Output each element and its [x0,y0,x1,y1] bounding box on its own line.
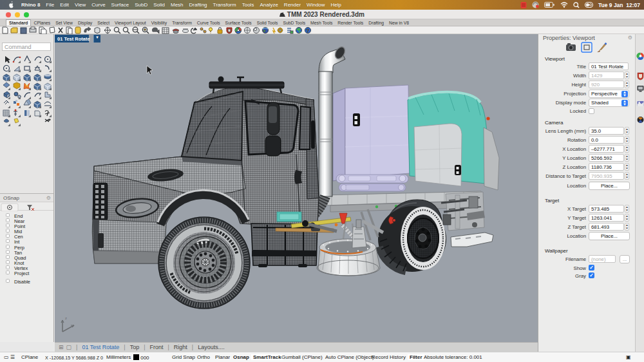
svg-text:z: z [65,316,67,320]
svg-text:?: ? [307,28,310,33]
